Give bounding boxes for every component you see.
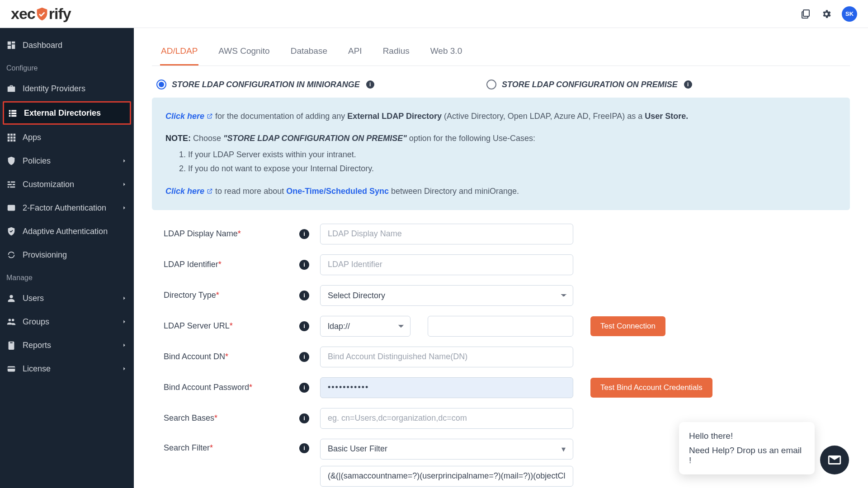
- tabs: AD/LDAP AWS Cognito Database API Radius …: [152, 40, 850, 66]
- ldap-display-name-input[interactable]: [320, 224, 573, 244]
- card-icon: [6, 364, 16, 374]
- doc-link[interactable]: Click here: [165, 112, 213, 121]
- bind-account-dn-input[interactable]: [320, 347, 573, 367]
- radio-label: STORE LDAP CONFIGURATION IN MINIORANGE: [172, 80, 360, 89]
- chevron-right-icon: [121, 319, 127, 325]
- external-link-icon: [207, 113, 213, 119]
- help-icon[interactable]: i: [299, 321, 309, 331]
- sidebar-item-users[interactable]: Users: [0, 286, 134, 310]
- sidebar-item-apps[interactable]: Apps: [0, 126, 134, 149]
- dashboard-icon: [6, 40, 16, 50]
- sidebar-item-customization[interactable]: Customization: [0, 173, 134, 196]
- sidebar-item-label: License: [23, 364, 51, 374]
- sidebar-item-label: 2-Factor Authentication: [23, 203, 106, 213]
- radio-store-on-premise[interactable]: STORE LDAP CONFIGURATION ON PREMISE i: [486, 80, 816, 89]
- sidebar: Dashboard Configure Identity Providers E…: [0, 28, 134, 488]
- svg-rect-2: [8, 367, 15, 369]
- directory-type-select[interactable]: Select Directory: [320, 285, 573, 306]
- search-filter-input[interactable]: [320, 466, 573, 487]
- radio-label: STORE LDAP CONFIGURATION ON PREMISE: [502, 80, 678, 89]
- grid-icon: [6, 132, 16, 142]
- chat-launcher[interactable]: [820, 446, 849, 474]
- tab-aws-cognito[interactable]: AWS Cognito: [217, 40, 270, 66]
- bind-account-password-input[interactable]: [320, 377, 573, 398]
- sidebar-item-label: Groups: [23, 317, 49, 327]
- shield-check-icon: [34, 6, 50, 22]
- sync-link[interactable]: Click here: [165, 187, 213, 196]
- sidebar-section-configure: Configure: [0, 57, 134, 77]
- sidebar-item-label: Users: [23, 294, 44, 303]
- pin-icon: [6, 203, 16, 213]
- info-icon[interactable]: i: [684, 80, 692, 89]
- avatar[interactable]: SK: [842, 6, 857, 22]
- sidebar-item-dashboard[interactable]: Dashboard: [0, 33, 134, 57]
- info-icon[interactable]: i: [366, 80, 374, 89]
- label-search-bases: Search Bases*: [164, 413, 299, 423]
- label-search-filter: Search Filter*: [164, 439, 299, 453]
- chevron-right-icon: [121, 158, 127, 164]
- chevron-right-icon: [121, 366, 127, 372]
- sidebar-item-label: Dashboard: [23, 41, 62, 50]
- label-bind-dn: Bind Account DN*: [164, 352, 299, 361]
- ldap-identifier-input[interactable]: [320, 254, 573, 275]
- sidebar-item-label: Reports: [23, 341, 51, 350]
- tab-web3[interactable]: Web 3.0: [429, 40, 463, 66]
- test-bind-credentials-button[interactable]: Test Bind Account Credentials: [590, 378, 712, 398]
- search-filter-select[interactable]: Basic User Filter▾: [320, 439, 573, 460]
- sliders-icon: [6, 179, 16, 189]
- radio-icon: [486, 80, 496, 89]
- sidebar-item-2fa[interactable]: 2-Factor Authentication: [0, 196, 134, 220]
- sidebar-item-reports[interactable]: Reports: [0, 333, 134, 357]
- ldap-scheme-select[interactable]: ldap://: [320, 316, 410, 337]
- ldap-server-url-input[interactable]: [428, 316, 573, 337]
- gear-icon[interactable]: [821, 9, 832, 19]
- use-case-2: If you do not want to expose your Intern…: [188, 162, 836, 176]
- sidebar-section-manage: Manage: [0, 267, 134, 286]
- radio-store-miniorange[interactable]: STORE LDAP CONFIGURATION IN MINIORANGE i: [156, 80, 486, 89]
- mail-icon: [827, 452, 842, 468]
- tab-radius[interactable]: Radius: [382, 40, 410, 66]
- svg-rect-0: [8, 205, 15, 211]
- info-notice: Click here for the documentation of addi…: [152, 98, 850, 210]
- label-server-url: LDAP Server URL*: [164, 321, 299, 331]
- clipboard-icon: [6, 340, 16, 350]
- sidebar-item-external-directories[interactable]: External Directories: [3, 101, 131, 125]
- sidebar-item-groups[interactable]: Groups: [0, 310, 134, 333]
- chevron-right-icon: [121, 181, 127, 188]
- label-bind-password: Bind Account Password*: [164, 383, 299, 392]
- chevron-right-icon: [121, 342, 127, 348]
- tab-api[interactable]: API: [347, 40, 363, 66]
- sidebar-item-adaptive-auth[interactable]: Adaptive Authentication: [0, 220, 134, 243]
- external-link-icon: [207, 188, 213, 194]
- search-bases-input[interactable]: [320, 408, 573, 429]
- sidebar-item-label: Customization: [23, 180, 74, 189]
- docs-icon[interactable]: [800, 9, 811, 19]
- help-icon[interactable]: i: [299, 352, 309, 362]
- brand-logo[interactable]: xecrify: [11, 5, 71, 23]
- sidebar-item-label: Provisioning: [23, 250, 67, 260]
- svg-rect-1: [8, 366, 15, 372]
- sidebar-item-label: Adaptive Authentication: [23, 227, 108, 236]
- help-icon[interactable]: i: [299, 260, 309, 270]
- help-icon[interactable]: i: [299, 291, 309, 300]
- briefcase-icon: [6, 84, 16, 94]
- help-icon[interactable]: i: [299, 413, 309, 423]
- verified-icon: [6, 226, 16, 236]
- help-icon[interactable]: i: [299, 443, 309, 453]
- tab-database[interactable]: Database: [290, 40, 328, 66]
- sidebar-item-label: External Directories: [24, 108, 101, 118]
- sidebar-item-identity-providers[interactable]: Identity Providers: [0, 77, 134, 100]
- help-icon[interactable]: i: [299, 229, 309, 239]
- main-content: AD/LDAP AWS Cognito Database API Radius …: [134, 28, 868, 488]
- radio-icon: [156, 80, 166, 89]
- sidebar-item-license[interactable]: License: [0, 357, 134, 380]
- test-connection-button[interactable]: Test Connection: [590, 316, 665, 336]
- tab-adldap[interactable]: AD/LDAP: [160, 40, 198, 66]
- user-icon: [6, 293, 16, 303]
- sidebar-item-policies[interactable]: Policies: [0, 149, 134, 173]
- label-display-name: LDAP Display Name*: [164, 229, 299, 239]
- help-icon[interactable]: i: [299, 383, 309, 393]
- sidebar-item-provisioning[interactable]: Provisioning: [0, 243, 134, 267]
- sidebar-item-label: Policies: [23, 156, 51, 166]
- chevron-right-icon: [121, 295, 127, 301]
